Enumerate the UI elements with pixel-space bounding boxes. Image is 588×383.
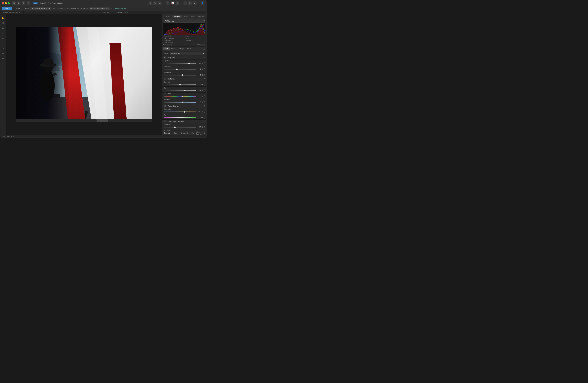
exposure-thumb[interactable] — [188, 63, 190, 64]
eyedropper-tool[interactable]: ⊿ — [1, 46, 5, 50]
min-input[interactable]: 0 — [166, 44, 171, 46]
zoom-icon[interactable]: ⊡ — [166, 1, 169, 5]
contrast-track[interactable] — [164, 84, 196, 85]
shadows-track[interactable] — [164, 127, 196, 128]
tab-scope[interactable]: Scope — [183, 15, 189, 18]
blackpoint-up[interactable]: ▲ — [204, 68, 205, 69]
star-icon[interactable]: ★ — [193, 1, 196, 5]
exposure-track[interactable] — [164, 63, 196, 64]
tab-histogram[interactable]: Histogram — [172, 15, 182, 18]
flip-icon[interactable]: ⇄ — [158, 1, 162, 5]
sub-tab-details[interactable]: Details — [185, 47, 193, 50]
tab-lens[interactable]: Lens — [190, 15, 196, 18]
adj-menu-icon[interactable]: ☰ — [203, 47, 205, 50]
blackpoint-thumb[interactable] — [176, 69, 178, 70]
maximize-button[interactable] — [8, 2, 10, 4]
file-tab-left[interactable]: layer-states-working-file — [0, 11, 23, 14]
exposure-section-header[interactable]: ⊙ ✓ Exposure ↺ — [162, 56, 206, 59]
exposure-down[interactable]: ▼ — [204, 63, 205, 65]
layers-icon[interactable]: ⧉ — [17, 1, 21, 5]
cancel-button[interactable]: Cancel — [13, 7, 22, 10]
stamp-tool[interactable]: ⊕ — [1, 36, 5, 40]
vibrance-thumb[interactable] — [182, 101, 183, 103]
saturation-track[interactable] — [164, 96, 196, 97]
contrast-thumb[interactable] — [179, 84, 181, 86]
vibrance-down[interactable]: ▼ — [204, 102, 205, 104]
tint-up[interactable]: ▲ — [204, 116, 205, 117]
histogram-icon[interactable]: 📊 — [171, 1, 174, 5]
blackpoint-track[interactable] — [164, 69, 196, 70]
brightness-track[interactable] — [164, 75, 196, 76]
enhance-reset-icon[interactable]: ↺ — [204, 78, 205, 80]
saturation-up[interactable]: ▲ — [204, 95, 205, 96]
close-button[interactable] — [2, 2, 4, 4]
clarity-up[interactable]: ▲ — [204, 89, 205, 90]
bottom-tab-info[interactable]: Info — [190, 132, 195, 134]
show-layers-label[interactable]: Show All Layers — [115, 8, 126, 9]
temperature-up[interactable]: ▲ — [204, 110, 205, 112]
sh-section-header[interactable]: ◑ ✓ Shadows & Highlights ↺ — [162, 120, 206, 123]
paint-tool[interactable]: ◈ — [1, 51, 5, 55]
temperature-track[interactable] — [164, 112, 196, 112]
output-selector[interactable]: RAW Layer (Linked) — [30, 7, 50, 10]
view-tool[interactable]: ◎ — [1, 21, 5, 25]
clarity-down[interactable]: ▼ — [204, 91, 205, 92]
tab-location[interactable]: Location — [164, 15, 172, 18]
pan-tool[interactable]: ✋ — [1, 16, 5, 20]
brush-tool[interactable]: ╱ — [1, 31, 5, 35]
settings-icon[interactable]: ⚙ — [22, 1, 25, 5]
vibrance-up[interactable]: ▲ — [204, 101, 205, 102]
tab-metadata[interactable]: Metadata — [196, 15, 205, 18]
eye-icon[interactable]: 👁 — [148, 1, 152, 5]
minimize-button[interactable] — [5, 2, 7, 4]
shadows-up[interactable]: ▲ — [204, 126, 205, 127]
sub-tab-basic[interactable]: Basic — [163, 47, 170, 50]
sub-tab-tones[interactable]: Tones — [170, 47, 176, 50]
color-sampler-tool[interactable]: 🔬 — [1, 26, 5, 30]
contrast-down[interactable]: ▼ — [204, 85, 205, 86]
tint-track[interactable] — [164, 117, 196, 118]
saturation-down[interactable]: ▼ — [204, 96, 205, 98]
panel-menu-icon[interactable]: ☰ — [206, 15, 206, 18]
vibrance-track[interactable] — [164, 102, 196, 103]
brightness-up[interactable]: ▲ — [204, 74, 205, 75]
enhance-section-header[interactable]: ◈ ✓ Enhance ↺ — [162, 77, 206, 81]
share-icon[interactable]: ↗ — [184, 1, 187, 5]
clarity-track[interactable] — [164, 90, 196, 91]
saturation-thumb[interactable] — [182, 96, 183, 97]
bottom-tab-snapshots[interactable]: Snapshots — [180, 132, 189, 134]
shadows-down[interactable]: ▼ — [204, 127, 205, 129]
export-icon[interactable]: ⬡ — [26, 1, 30, 5]
shadows-thumb[interactable] — [174, 126, 176, 128]
rotate-icon[interactable]: ↻ — [153, 1, 157, 5]
tint-thumb[interactable] — [181, 117, 183, 118]
preset-selector[interactable]: Faded Carity — [170, 52, 205, 55]
tint-down[interactable]: ▼ — [204, 118, 205, 119]
sub-tab-overlays[interactable]: Overlays — [176, 47, 185, 50]
bottom-tab-32bit[interactable]: 32-bit Preview — [195, 131, 203, 135]
wb-section-header[interactable]: WB ✓ White Balance ↺ — [162, 104, 206, 108]
info-icon[interactable]: ℹ — [175, 1, 179, 5]
crop-tool[interactable]: ⊡ — [1, 56, 5, 60]
bottom-tab-navigator[interactable]: Navigator — [163, 132, 172, 134]
file-tab-center-label[interactable]: final-image2 — [102, 12, 110, 14]
bottom-tab-history[interactable]: History — [173, 132, 179, 134]
canvas-area[interactable] — [6, 15, 162, 135]
exposure-reset-icon[interactable]: ↺ — [204, 57, 205, 59]
healing-tool[interactable]: ✦ — [1, 41, 5, 45]
clarity-thumb[interactable] — [184, 90, 186, 91]
temperature-down[interactable]: ▼ — [204, 112, 205, 113]
contrast-up[interactable]: ▲ — [204, 83, 205, 85]
sh-reset-icon[interactable]: ↺ — [204, 120, 205, 122]
max-input[interactable]: 1 — [200, 44, 205, 46]
wb-reset-icon[interactable]: ↺ — [204, 105, 205, 107]
brightness-thumb[interactable] — [182, 75, 183, 76]
brightness-down[interactable]: ▼ — [204, 75, 205, 77]
develop-button[interactable]: Develop — [2, 7, 12, 10]
bottom-menu-icon[interactable]: ☰ — [204, 132, 205, 134]
person-icon[interactable]: 👤 — [201, 1, 204, 5]
temperature-thumb[interactable] — [184, 111, 186, 113]
grid-icon[interactable]: ⊞ — [12, 1, 16, 5]
blackpoint-down[interactable]: ▼ — [204, 69, 205, 71]
flag-icon[interactable]: ⚑ — [188, 1, 192, 5]
